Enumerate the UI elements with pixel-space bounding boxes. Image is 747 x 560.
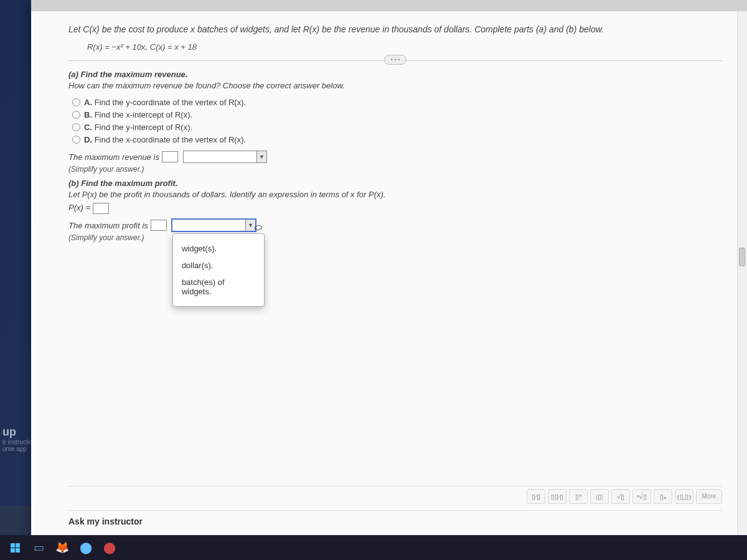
radio-icon[interactable] [72,123,80,131]
max-rev-label: The maximum revenue is [68,152,159,162]
taskbar: ▭ 🦊 ⬤ ⬤ [0,535,747,560]
palette-exponent[interactable]: ▯ˣ [569,489,588,504]
ask-instructor-button[interactable]: Ask my instructor [68,513,143,530]
radio-icon[interactable] [72,136,80,144]
choice-a[interactable]: A. Find the y-coordinate of the vertex o… [72,98,722,107]
palette-sqrt[interactable]: √▯ [611,489,630,504]
title-bar [31,0,747,11]
part-a-help: (Simplify your answer.) [68,165,722,174]
palette-more[interactable]: More [696,489,722,504]
ask-bar: Ask my instructor [68,510,722,531]
choice-b[interactable]: B. Find the x-intercept of R(x). [72,110,722,119]
ellipsis-toggle[interactable]: • • • [384,55,406,65]
px-input[interactable] [93,203,109,214]
taskbar-firefox[interactable]: 🦊 [52,538,72,558]
choice-b-text: Find the x-intercept of R(x). [95,110,193,119]
taskbar-app-4[interactable]: ⬤ [100,538,120,558]
max-profit-unit-dropdown[interactable]: ▼ ⬭ widget(s). dollar(s). batch(es) of w… [172,219,256,231]
part-a-prompt: How can the maximum revenue be found? Ch… [68,81,722,90]
choice-d-text: Find the x-coordinate of the vertex of R… [95,135,247,144]
max-rev-line: The maximum revenue is ▼ [68,151,722,163]
choice-d[interactable]: D. Find the x-coordinate of the vertex o… [72,135,722,144]
dropdown-menu: widget(s). dollar(s). batch(es) of widge… [172,233,265,307]
palette-abs[interactable]: |▯| [590,489,609,504]
problem-formula: R(x) = −x² + 10x, C(x) = x + 18 [87,42,722,52]
palette-mixed[interactable]: ▯▯⁄▯ [548,489,566,504]
dd-option-dollars[interactable]: dollar(s). [173,257,264,274]
palette-fraction[interactable]: ▯⁄▯ [527,489,545,504]
chevron-down-icon[interactable]: ▼ [245,220,255,231]
radio-icon[interactable] [72,111,80,119]
taskbar-app-1[interactable]: ▭ [29,538,49,558]
choice-c[interactable]: C. Find the y-intercept of R(x). [72,123,722,132]
max-profit-line: The maximum profit is ▼ ⬭ widget(s). dol… [68,219,722,231]
taskbar-app-3[interactable]: ⬤ [76,538,96,558]
part-b-label: (b) Find the maximum profit. [68,179,722,188]
problem-intro: Let C(x) be the cost to produce x batche… [68,22,722,36]
footer: ▯⁄▯ ▯▯⁄▯ ▯ˣ |▯| √▯ ⁿ√▯ ▯ₙ (▯,▯) More [68,486,722,506]
browser-window: Let C(x) be the cost to produce x batche… [31,0,747,535]
chevron-down-icon[interactable]: ▼ [256,151,266,162]
part-b-prompt: Let P(x) be the profit in thousands of d… [68,190,722,199]
px-label: P(x) = [68,203,90,213]
choice-a-text: Find the y-coordinate of the vertex of R… [95,98,247,107]
start-button[interactable] [5,538,25,558]
math-palette: ▯⁄▯ ▯▯⁄▯ ▯ˣ |▯| √▯ ⁿ√▯ ▯ₙ (▯,▯) More [68,486,722,506]
px-line: P(x) = [68,203,722,214]
palette-ordered-pair[interactable]: (▯,▯) [675,489,693,504]
radio-icon[interactable] [72,98,80,106]
windows-icon [11,543,20,553]
max-rev-unit-dropdown[interactable]: ▼ [183,151,267,163]
dd-option-batches[interactable]: batch(es) of widgets. [173,274,264,300]
scroll-thumb[interactable] [739,248,745,266]
palette-subscript[interactable]: ▯ₙ [654,489,672,504]
choices-group: A. Find the y-coordinate of the vertex o… [72,98,722,144]
part-a-label: (a) Find the maximum revenue. [68,70,722,79]
choice-c-text: Find the y-intercept of R(x). [95,123,193,132]
part-b-help: (Simplify your answer.) [68,233,722,242]
palette-nroot[interactable]: ⁿ√▯ [632,489,651,504]
question-content: Let C(x) be the cost to produce x batche… [31,11,747,535]
part-a: (a) Find the maximum revenue. How can th… [68,70,722,242]
scrollbar-vertical[interactable] [737,11,747,535]
dd-option-widgets[interactable]: widget(s). [173,240,264,257]
max-profit-input[interactable] [151,220,167,231]
max-profit-label: The maximum profit is [68,221,148,230]
max-rev-input[interactable] [162,151,178,162]
